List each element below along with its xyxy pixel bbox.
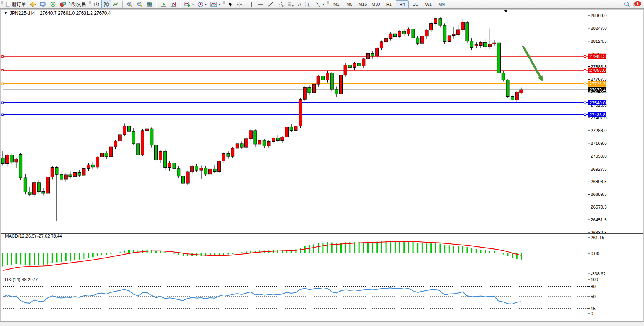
macd-histogram-bar — [453, 246, 454, 253]
candlestick — [407, 29, 410, 34]
macd-histogram-bar — [503, 253, 504, 255]
candlestick — [348, 65, 352, 67]
macd-histogram-bar — [413, 242, 414, 253]
candlestick — [181, 176, 184, 183]
candlestick — [37, 183, 40, 192]
macd-histogram-bar — [489, 251, 490, 253]
candlestick — [78, 173, 81, 175]
candlestick — [366, 53, 369, 59]
macd-tick-label: -338.62 — [591, 272, 606, 276]
symbol-dropdown-icon[interactable]: ▼ — [4, 11, 7, 15]
price-level-label: 27436.8 — [589, 112, 606, 117]
candlestick — [191, 166, 194, 172]
candlestick — [137, 144, 140, 155]
macd-histogram-bar — [399, 241, 400, 253]
macd-histogram-bar — [223, 253, 224, 255]
candlestick — [330, 73, 333, 89]
candlestick — [82, 168, 85, 175]
macd-histogram-bar — [20, 253, 21, 265]
level-line-handle[interactable] — [584, 102, 586, 104]
candlestick — [281, 137, 284, 141]
candlestick — [236, 144, 239, 148]
macd-histogram-bar — [174, 253, 175, 254]
price-level-label: 27726.3 — [589, 82, 606, 86]
candlestick — [51, 168, 54, 177]
macd-histogram-bar — [47, 253, 48, 265]
macd-histogram-bar — [327, 242, 328, 253]
candlestick — [326, 73, 329, 80]
price-tick-label: 27767.5 — [591, 77, 607, 82]
candlestick — [362, 59, 365, 66]
chart-quote-ohlc: 27640.7 27691.0 27631.2 27670.4 — [40, 10, 111, 16]
macd-histogram-bar — [471, 248, 472, 253]
macd-histogram-bar — [70, 253, 71, 261]
candlestick — [416, 38, 419, 43]
macd-histogram-bar — [376, 242, 378, 253]
macd-histogram-bar — [309, 245, 310, 253]
macd-histogram-bar — [426, 243, 427, 253]
candlestick — [497, 43, 501, 73]
macd-histogram-bar — [61, 253, 62, 262]
macd-histogram-bar — [273, 250, 274, 253]
macd-histogram-bar — [237, 253, 238, 253]
level-line-handle[interactable] — [2, 114, 3, 115]
macd-histogram-bar — [408, 241, 409, 253]
candlestick — [101, 153, 104, 157]
price-tick-label: 26451.5 — [591, 217, 607, 222]
status-bar — [0, 321, 644, 326]
candlestick — [403, 31, 406, 34]
macd-histogram-bar — [2, 253, 3, 266]
macd-histogram-bar — [300, 248, 301, 253]
price-tick-label: 26927.5 — [591, 167, 607, 171]
level-line-handle[interactable] — [584, 114, 586, 115]
macd-histogram-bar — [246, 251, 247, 253]
macd-histogram-bar — [403, 241, 405, 253]
candlestick — [195, 166, 198, 170]
macd-histogram-bar — [521, 253, 522, 260]
candlestick — [213, 169, 216, 171]
candlestick — [87, 165, 90, 168]
macd-histogram-bar — [183, 253, 184, 256]
macd-indicator-label: MACD(12,26,9) -27.62 78.44 — [5, 234, 62, 238]
level-line-handle[interactable] — [584, 69, 586, 71]
level-line-handle[interactable] — [584, 55, 586, 57]
candlestick — [353, 63, 356, 68]
level-line-handle[interactable] — [2, 102, 3, 104]
macd-histogram-bar — [304, 246, 306, 253]
macd-histogram-bar — [15, 253, 17, 264]
price-tick-label: 26808.5 — [591, 179, 607, 184]
candlestick — [313, 84, 316, 93]
level-line-handle[interactable] — [584, 83, 586, 85]
candlestick — [285, 127, 289, 137]
macd-histogram-bar — [354, 242, 355, 253]
level-line-handle[interactable] — [2, 55, 3, 57]
macd-histogram-bar — [106, 253, 107, 255]
price-level-label: 27853.0 — [589, 68, 606, 73]
candlestick — [384, 39, 388, 42]
macd-histogram-bar — [52, 253, 53, 263]
candlestick — [493, 43, 496, 44]
candlestick — [294, 126, 297, 130]
candlestick — [344, 65, 347, 75]
candlestick — [420, 36, 424, 44]
macd-histogram-bar — [498, 253, 499, 253]
macd-histogram-bar — [29, 253, 30, 266]
macd-histogram-bar — [422, 243, 423, 253]
level-line-handle[interactable] — [2, 69, 3, 71]
rsi-tick-label: 80 — [591, 284, 596, 289]
macd-histogram-bar — [92, 253, 94, 257]
macd-histogram-bar — [430, 243, 432, 253]
level-line-handle[interactable] — [2, 83, 3, 85]
price-tick-label: 28247.0 — [591, 26, 607, 31]
candlestick — [28, 192, 31, 194]
macd-histogram-bar — [232, 253, 233, 254]
macd-histogram-bar — [386, 241, 387, 253]
candlestick — [340, 75, 343, 94]
macd-histogram-bar — [462, 246, 463, 253]
candlestick — [511, 96, 514, 100]
macd-histogram-bar — [507, 253, 508, 256]
macd-histogram-bar — [444, 244, 445, 253]
macd-histogram-bar — [120, 252, 121, 253]
candlestick — [55, 168, 58, 175]
price-chart: 28366.028247.028124.528005.527886.527767… — [0, 0, 644, 326]
